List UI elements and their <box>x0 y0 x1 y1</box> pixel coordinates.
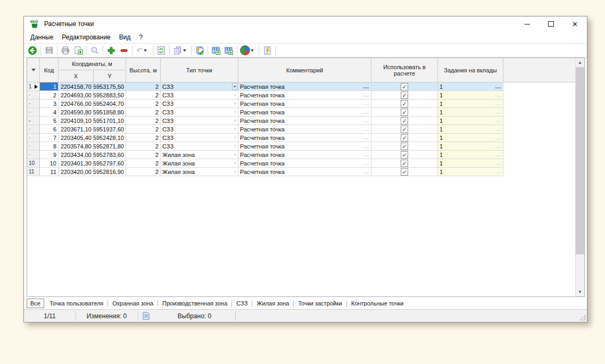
cell-code[interactable]: 8 <box>40 142 59 151</box>
cell-x[interactable]: 2203405,40 <box>59 134 94 142</box>
checkbox[interactable]: ✓ <box>401 100 408 107</box>
cell-height[interactable]: 2 <box>126 151 161 159</box>
row-indicator[interactable]: · <box>27 134 40 142</box>
ellipsis-button-icon[interactable]: ... <box>495 153 503 157</box>
column-header-y[interactable]: Y <box>94 70 126 82</box>
scroll-down-button[interactable]: ▼ <box>576 287 584 296</box>
menu-item-данные[interactable]: Данные <box>26 32 57 42</box>
table-export-button[interactable] <box>210 45 222 56</box>
cell-y[interactable]: 5951701,10 <box>94 117 126 125</box>
cell-height[interactable]: 2 <box>126 142 161 151</box>
menu-item-?[interactable]: ? <box>135 32 147 42</box>
cell-tasks[interactable]: 1... <box>438 151 503 159</box>
cell-y[interactable]: 5952883,50 <box>94 91 126 100</box>
cell-tasks[interactable]: 1... <box>438 125 503 134</box>
ellipsis-button-icon[interactable]: ... <box>495 161 503 166</box>
cell-y[interactable]: 5952816,90 <box>94 168 126 176</box>
ellipsis-button-icon[interactable]: ... <box>363 127 371 131</box>
cell-comment[interactable]: Расчетная точка... <box>238 100 371 108</box>
column-header-tasks[interactable]: Задания на вклады <box>438 58 503 82</box>
combo-dropdown-icon[interactable]: ▾ <box>232 83 237 90</box>
cell-x[interactable]: 2204158,70 <box>59 82 94 91</box>
cell-height[interactable]: 2 <box>126 108 161 117</box>
table-import-button[interactable] <box>222 45 235 56</box>
cell-x[interactable]: 2204109,10 <box>59 117 94 125</box>
cell-height[interactable]: 2 <box>126 100 161 108</box>
cell-use-in-calc[interactable]: ✓ <box>371 117 438 125</box>
cell-use-in-calc[interactable]: ✓ <box>371 151 438 159</box>
row-indicator[interactable]: · <box>27 108 40 117</box>
combo-dropdown-icon[interactable]: ▾ <box>234 160 238 167</box>
checkbox[interactable]: ✓ <box>401 117 408 125</box>
tab-category-1[interactable]: Точка пользователя <box>45 299 107 308</box>
cell-type[interactable]: СЗЗ▾ <box>161 108 238 117</box>
resize-grip-icon[interactable] <box>579 314 585 320</box>
combo-dropdown-icon[interactable]: ▾ <box>234 143 238 150</box>
cell-y[interactable]: 5952404,70 <box>94 100 126 108</box>
row-indicator[interactable]: · <box>27 142 40 151</box>
combo-dropdown-icon[interactable]: ▾ <box>234 109 238 116</box>
column-header-x[interactable]: X <box>59 70 94 82</box>
refresh-button[interactable] <box>155 45 168 56</box>
menu-item-редактирование[interactable]: Редактирование <box>57 32 114 42</box>
ellipsis-button-icon[interactable]: ... <box>495 85 503 89</box>
combo-dropdown-icon[interactable]: ▾ <box>234 151 238 159</box>
checkbox[interactable]: ✓ <box>401 109 408 116</box>
ellipsis-button-icon[interactable]: ... <box>495 170 503 174</box>
checkbox[interactable]: ✓ <box>401 160 408 167</box>
maximize-button[interactable] <box>539 16 563 31</box>
row-indicator[interactable]: · <box>27 91 40 100</box>
cell-y[interactable]: 5952428,10 <box>94 134 126 142</box>
cell-code[interactable]: 3 <box>40 100 59 108</box>
checkbox[interactable]: ✓ <box>401 83 408 90</box>
scroll-up-button[interactable]: ▲ <box>576 58 584 67</box>
export-document-button[interactable] <box>72 45 85 56</box>
cell-code[interactable]: 1 <box>40 82 59 91</box>
cell-use-in-calc[interactable]: ✓ <box>371 100 438 108</box>
copy-button[interactable] <box>171 45 189 56</box>
cell-y[interactable]: 5953175,50 <box>94 82 126 91</box>
back-button[interactable] <box>26 45 39 56</box>
cell-code[interactable]: 11 <box>40 168 59 176</box>
ellipsis-button-icon[interactable]: ... <box>495 144 503 148</box>
ellipsis-button-icon[interactable]: ... <box>363 170 371 174</box>
cell-tasks[interactable]: 1... <box>438 108 503 117</box>
cell-type[interactable]: СЗЗ▾ <box>161 82 238 91</box>
combo-dropdown-icon[interactable]: ▾ <box>234 92 238 99</box>
cell-comment[interactable]: Расчетная точка... <box>238 117 371 125</box>
checkbox[interactable]: ✓ <box>401 126 408 133</box>
tab-category-2[interactable]: Охранная зона <box>108 299 158 308</box>
cell-y[interactable]: 5951937,60 <box>94 125 126 134</box>
add-row-button[interactable] <box>105 45 118 56</box>
ellipsis-button-icon[interactable]: ... <box>363 153 371 157</box>
cell-code[interactable]: 6 <box>40 125 59 134</box>
menu-item-вид[interactable]: Вид <box>115 32 135 42</box>
ellipsis-button-icon[interactable]: ... <box>363 93 371 97</box>
cell-height[interactable]: 2 <box>126 134 161 142</box>
cell-code[interactable]: 7 <box>40 134 59 142</box>
cell-type[interactable]: Жилая зона▾ <box>161 151 238 159</box>
cell-use-in-calc[interactable]: ✓ <box>371 91 438 100</box>
cell-x[interactable]: 2204766,00 <box>59 100 94 108</box>
cell-comment[interactable]: Расчетная точка... <box>238 125 371 134</box>
tab-category-5[interactable]: Жилая зона <box>252 299 293 308</box>
combo-dropdown-icon[interactable]: ▾ <box>234 126 238 133</box>
checkbox[interactable]: ✓ <box>401 143 408 150</box>
cell-comment[interactable]: Расчетная точка... <box>238 142 371 151</box>
column-header-use[interactable]: Использовать в расчете <box>371 58 438 82</box>
cell-tasks[interactable]: 1... <box>438 100 503 108</box>
row-indicator[interactable]: · <box>27 100 40 108</box>
row-indicator[interactable]: 10 <box>27 159 40 168</box>
diagram-button[interactable] <box>239 45 257 56</box>
save-button[interactable] <box>43 45 55 56</box>
cell-type[interactable]: СЗЗ▾ <box>161 100 238 108</box>
apply-tasks-button[interactable] <box>193 45 206 56</box>
cell-tasks[interactable]: 1... <box>438 159 503 168</box>
cell-code[interactable]: 2 <box>40 91 59 100</box>
tab-category-6[interactable]: Точки застройки <box>294 299 346 308</box>
ellipsis-button-icon[interactable]: ... <box>495 93 503 97</box>
close-button[interactable]: ✕ <box>563 16 587 31</box>
cell-tasks[interactable]: 1... <box>438 168 503 176</box>
cell-x[interactable]: 2204590,80 <box>59 108 94 117</box>
cell-height[interactable]: 2 <box>126 168 161 176</box>
